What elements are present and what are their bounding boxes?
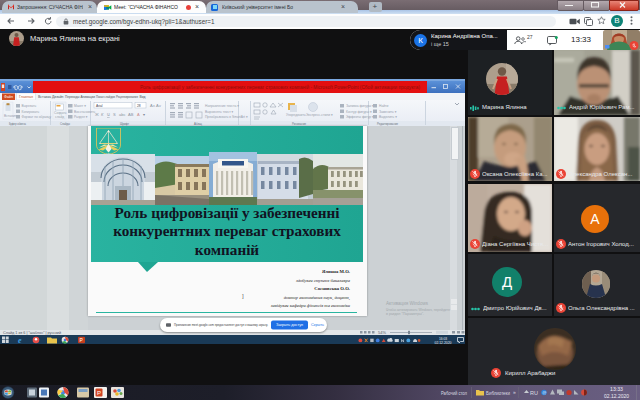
svg-text:Найти: Найти — [379, 104, 389, 108]
svg-text:»: » — [513, 389, 516, 395]
svg-text:слайд: слайд — [55, 115, 64, 119]
svg-text:Скрыть: Скрыть — [311, 322, 324, 327]
svg-text:▾: ▾ — [143, 112, 145, 117]
svg-text:Упорядочить: Упорядочить — [286, 113, 306, 117]
svg-text:@: @ — [542, 390, 546, 395]
svg-text:К: К — [101, 112, 104, 117]
svg-text:Выделить ▾: Выделить ▾ — [379, 115, 397, 119]
svg-text:Заменить ▾: Заменить ▾ — [379, 110, 397, 114]
svg-text:АВ: АВ — [128, 112, 134, 117]
svg-text:Преобразовать в SmartArt ▾: Преобразовать в SmartArt ▾ — [205, 115, 248, 119]
svg-text:Заливка фигуры ▾: Заливка фигуры ▾ — [346, 104, 374, 108]
svg-text:Показ слайдов: Показ слайдов — [96, 94, 116, 99]
svg-text:16:03: 16:03 — [439, 336, 447, 340]
svg-text:Копировать: Копировать — [22, 110, 40, 114]
svg-text:Рабочий стол: Рабочий стол — [441, 390, 467, 396]
svg-text:Рецензирование: Рецензирование — [116, 94, 138, 99]
svg-text:Файл: Файл — [4, 94, 13, 99]
svg-text:Роль цифровізації у забезпечен: Роль цифровізації у забезпеченні конкуре… — [140, 84, 421, 90]
svg-text:Активация Windows: Активация Windows — [386, 301, 429, 306]
svg-text:02.12.2020: 02.12.2020 — [435, 341, 452, 345]
svg-text:Переходы: Переходы — [65, 94, 80, 99]
svg-text:P: P — [97, 390, 101, 396]
svg-text:Анимации: Анимации — [81, 94, 96, 99]
svg-text:e: e — [18, 336, 22, 344]
svg-text:Ж: Ж — [95, 112, 99, 117]
svg-text:в раздел "Параметры".: в раздел "Параметры". — [386, 312, 424, 316]
svg-text:Ч: Ч — [107, 112, 110, 117]
svg-text:Вырезать: Вырезать — [22, 104, 37, 108]
svg-text:Контур фигуры ▾: Контур фигуры ▾ — [346, 110, 372, 114]
svg-text:02.12.2020: 02.12.2020 — [604, 393, 629, 399]
svg-text:А˄ А˅: А˄ А˅ — [150, 103, 162, 108]
svg-text:S: S — [113, 112, 116, 117]
svg-text:RU: RU — [530, 390, 538, 396]
svg-text:Вид: Вид — [140, 94, 146, 99]
svg-text:Приложение meet.google.com пре: Приложение meet.google.com предоставляет… — [174, 322, 268, 327]
svg-text:Макет ▾: Макет ▾ — [74, 104, 86, 108]
svg-text:Направление текста ▾: Направление текста ▾ — [205, 104, 239, 108]
svg-text:Восстановить: Восстановить — [74, 110, 95, 114]
svg-text:Закрыть доступ: Закрыть доступ — [276, 322, 303, 327]
svg-text:Эффекты фигур ▾: Эффекты фигур ▾ — [346, 115, 374, 119]
svg-text:Главная: Главная — [19, 94, 33, 99]
svg-text:Дизайн: Дизайн — [52, 94, 64, 99]
svg-text:Библиотеки: Библиотеки — [486, 390, 510, 396]
svg-text:Раздел ▾: Раздел ▾ — [74, 115, 88, 119]
svg-text:13:33: 13:33 — [610, 386, 623, 392]
svg-text:28: 28 — [137, 104, 141, 108]
svg-text:Вставка: Вставка — [38, 94, 52, 99]
svg-text:Arial: Arial — [96, 104, 103, 108]
svg-text:А: А — [137, 112, 140, 117]
svg-text:abc: abc — [119, 112, 125, 117]
svg-text:Формат по образцу: Формат по образцу — [22, 115, 52, 119]
svg-text:Экспресс-стили ▾: Экспресс-стили ▾ — [306, 113, 333, 117]
svg-text:Выровнять текст ▾: Выровнять текст ▾ — [205, 110, 234, 114]
